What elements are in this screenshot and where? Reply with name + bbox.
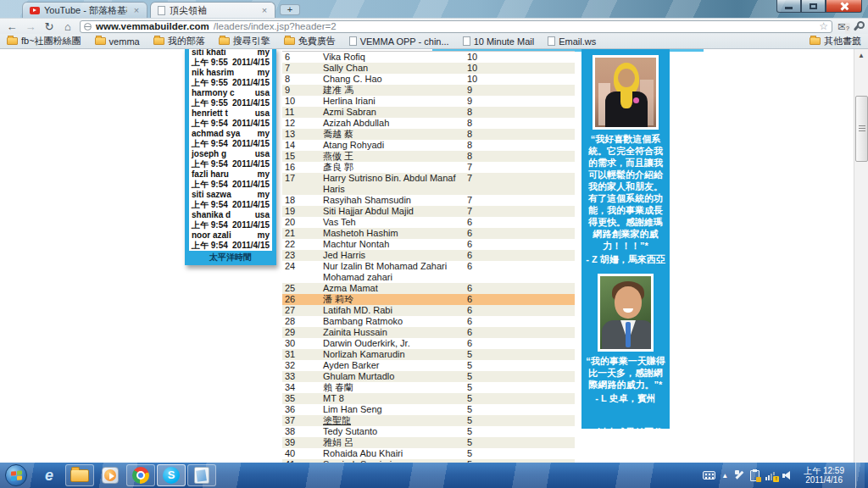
clipboard-tray-icon[interactable] [750, 470, 760, 481]
rank-cell: 32 [282, 360, 323, 371]
rank-cell: 9 [282, 85, 323, 96]
table-row: 25 Azma Mamat 6 [282, 283, 575, 294]
maximize-button[interactable] [801, 0, 826, 13]
testimonial-quote: “我好喜歡這個系統。它完全符合我的需求，而且讓我可以輕鬆的介紹給我的家人和朋友。… [584, 133, 667, 252]
signup-time: 上午 9:54 [192, 180, 228, 190]
value-cell: 5 [465, 426, 575, 437]
name-cell: Atang Rohyadi [323, 140, 465, 151]
bookmark-item[interactable]: 免費廣告 [284, 35, 336, 47]
tab-youtube[interactable]: YouTube - 部落格基礎教... × [22, 2, 147, 18]
tab-leaders[interactable]: 頂尖領袖 × [150, 2, 275, 18]
rank-cell: 34 [282, 382, 323, 393]
rank-cell: 21 [282, 228, 323, 239]
bookmark-icon [95, 37, 106, 45]
navigation-bar: ← → ↻ ⌂ www.vemmabuilder.com /leaders/in… [0, 18, 868, 34]
rank-cell: 18 [282, 195, 323, 206]
signup-name: shanika d [192, 210, 231, 220]
value-cell: 10 [465, 63, 575, 74]
new-tab-button[interactable]: + [280, 4, 300, 15]
keyboard-icon[interactable] [703, 471, 715, 480]
minimize-button[interactable] [776, 0, 801, 13]
signup-entry: siti khati my 上午 9:55 2011/4/15 [189, 49, 272, 68]
signup-name: harmony c [192, 88, 235, 98]
taskbar-chrome-button[interactable] [126, 464, 155, 486]
value-cell: 10 [465, 52, 575, 63]
tab-close-icon[interactable]: × [259, 5, 270, 15]
bookmark-item[interactable]: Email.ws [548, 36, 596, 47]
show-hidden-icons-button[interactable]: ▲ [721, 472, 728, 480]
tab-title: 頂尖領袖 [170, 4, 255, 17]
wrench-menu-icon[interactable] [852, 21, 863, 32]
rank-cell: 39 [282, 437, 323, 448]
signup-time: 上午 9:55 [192, 98, 228, 108]
rank-cell: 10 [282, 96, 323, 107]
signup-country: my [258, 49, 270, 58]
name-cell: Chang C. Hao [323, 74, 465, 85]
pin-tray-icon[interactable] [734, 470, 744, 480]
tab-close-icon[interactable]: × [131, 5, 142, 15]
rank-cell: 23 [282, 250, 323, 261]
bookmark-item[interactable]: fb~社團粉絲團 [7, 35, 81, 47]
rank-cell: 20 [282, 217, 323, 228]
bookmark-item[interactable]: vemma [95, 36, 140, 47]
table-row: 15 燕傲 王 8 [282, 151, 575, 162]
back-button[interactable]: ← [5, 21, 19, 32]
youtube-favicon-icon [30, 7, 40, 14]
value-cell: 6 [465, 228, 575, 239]
value-cell: 6 [465, 239, 575, 250]
taskbar-journal-button[interactable] [187, 464, 216, 486]
other-bookmarks-button[interactable]: 其他書籤 [810, 35, 861, 47]
close-icon [839, 3, 849, 10]
signup-country: my [258, 68, 270, 78]
name-cell: Azmi Sabran [323, 107, 465, 118]
testimonial-signature: - Z 胡姍，馬來西亞 [584, 253, 667, 265]
signup-name: nik hasrim [192, 68, 234, 78]
taskbar: e S ▲ 上午 12:59 2011/4/16 [0, 463, 868, 488]
start-button[interactable] [5, 464, 27, 486]
bookmark-item[interactable]: 我的部落 [153, 35, 205, 47]
name-cell: Norlizah Kamarudin [323, 349, 465, 360]
rank-cell: 29 [282, 327, 323, 338]
network-warning-icon[interactable] [765, 471, 776, 480]
reload-button[interactable]: ↻ [42, 21, 56, 32]
bookmark-star-icon[interactable]: ☆ [819, 20, 828, 32]
table-row: 19 Siti Hajjar Abdul Majid 7 [282, 206, 575, 217]
name-cell: 建准 馮 [323, 85, 465, 96]
table-row: 9 建准 馮 9 [282, 85, 575, 96]
recent-signups-panel: siti khati my 上午 9:55 2011/4/15 nik hasr… [185, 49, 276, 265]
table-row: 18 Rasyihah Shamsudin 7 [282, 195, 575, 206]
taskbar-clock[interactable]: 上午 12:59 2011/4/16 [798, 466, 849, 485]
taskbar-skype-button[interactable]: S [157, 464, 186, 486]
home-button[interactable]: ⌂ [61, 21, 75, 32]
taskbar-mediaplayer-button[interactable] [96, 464, 125, 486]
other-bookmarks-label: 其他書籤 [824, 35, 861, 47]
value-cell: 5 [465, 382, 575, 393]
close-button[interactable] [826, 0, 862, 13]
testimonials-panel: “我好喜歡這個系統。它完全符合我的需求，而且讓我可以輕鬆的介紹給我的家人和朋友。… [581, 49, 670, 429]
volume-icon[interactable] [782, 470, 793, 480]
signup-date: 2011/4/15 [232, 180, 270, 190]
rank-cell: 24 [282, 261, 323, 283]
page-scrollbar[interactable]: ▲ [854, 49, 868, 463]
scrollbar-up-icon[interactable]: ▲ [854, 49, 868, 62]
taskbar-explorer-button[interactable] [65, 464, 94, 486]
signup-date: 2011/4/15 [232, 119, 270, 129]
table-row: 23 Jed Harris 6 [282, 250, 575, 261]
value-cell: 6 [465, 294, 575, 305]
scrollbar-thumb[interactable] [855, 96, 868, 162]
skype-icon: S [163, 467, 180, 484]
address-bar[interactable]: www.vemmabuilder.com /leaders/index.jsp?… [80, 20, 832, 33]
table-row: 31 Norlizah Kamarudin 5 [282, 349, 575, 360]
taskbar-ie-button[interactable]: e [35, 464, 64, 486]
bookmark-item[interactable]: 10 Minute Mail [463, 36, 535, 47]
name-cell: 雅娟 呂 [323, 437, 465, 448]
mail-extension-icon[interactable]: ✉? [837, 21, 847, 32]
show-desktop-button[interactable] [855, 463, 865, 488]
value-cell: 8 [465, 107, 575, 118]
bookmark-item[interactable]: 搜尋引擎 [219, 35, 270, 47]
forward-button[interactable]: → [24, 21, 37, 32]
page-favicon-icon [158, 6, 165, 15]
value-cell: 7 [465, 195, 575, 206]
name-cell: Ghulam Murtadlo [323, 371, 465, 382]
bookmark-item[interactable]: VEMMA OPP - chin... [349, 36, 449, 47]
